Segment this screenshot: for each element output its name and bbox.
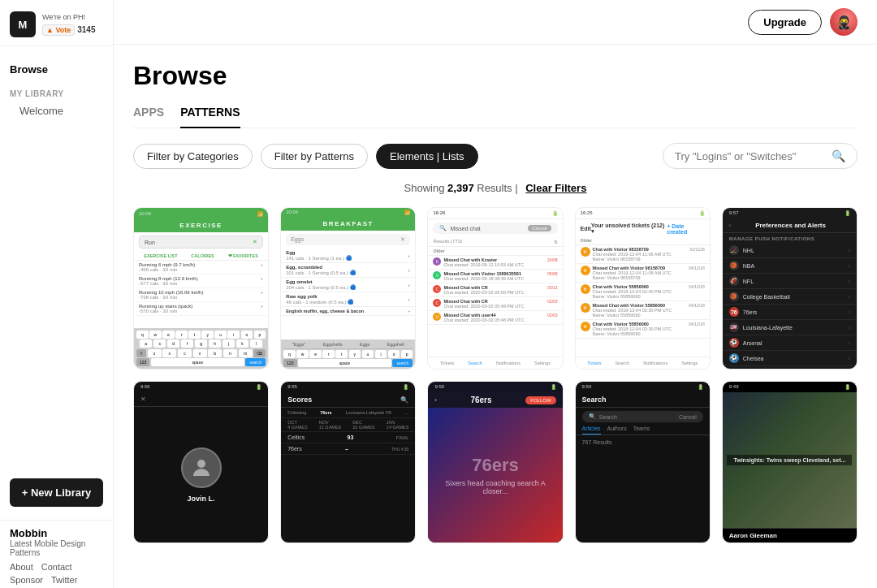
sidebar-item-browse[interactable]: Browse [10,59,103,80]
showing-label: Showing [404,182,447,194]
new-library-button[interactable]: + New Library [10,478,103,507]
about-link[interactable]: About [10,562,33,572]
results-count: 2,397 [447,182,474,194]
twitter-link[interactable]: Twitter [51,575,77,585]
card-preferences[interactable]: 9:57🔋 ‹ Preferences and Alerts MANAGE PU… [722,207,858,370]
tab-patterns[interactable]: PATTERNS [180,106,240,128]
search-box: 🔍 [663,143,858,169]
results-label: Results [477,182,512,194]
sidebar-footer: Mobbin Latest Mobile Design Patterns Abo… [0,520,113,588]
card-chat-search[interactable]: 16:26🔋 🔍 Missed chat Cancel Results (773… [427,207,563,370]
upgrade-button[interactable]: Upgrade [748,10,822,35]
card-profile[interactable]: 9:56🔋 ✕ Jovin L. [133,381,269,543]
vote-count: 3145 [77,24,95,35]
contact-link[interactable]: Contact [41,562,72,572]
sidebar-logo: M We're on PH! ▲ Vote 3145 [0,0,113,46]
sidebar-item-welcome[interactable]: Welcome [10,105,103,117]
search-input[interactable] [675,150,825,162]
filter-elements-button[interactable]: Elements | Lists [376,144,478,169]
sidebar: M We're on PH! ▲ Vote 3145 Browse MY LIB… [0,0,114,588]
sponsor-link[interactable]: Sponsor [10,575,43,585]
card-aaron[interactable]: 9:49🔋 Twinsights: Twins sweep Cleveland,… [722,381,858,543]
card-search-dark[interactable]: 9:50🔋 Search 🔍 Search Cancel Articles Au… [575,381,711,543]
logo-icon: M [10,11,36,37]
content-area: Browse APPS PATTERNS Filter by Categorie… [114,45,877,588]
card-scores[interactable]: 9:55🔋 Scores 🔍 Following76ersLouisiana-L… [280,381,416,543]
card-exercise[interactable]: 10:06📶 EXERCISE Run✕ EXERCISE LISTCALORI… [133,207,269,370]
sidebar-links: About Contact Sponsor Twitter [10,562,103,585]
filter-patterns-button[interactable]: Filter by Patterns [261,144,368,169]
card-grid-row1: 10:06📶 EXERCISE Run✕ EXERCISE LISTCALORI… [133,207,858,370]
brand-name: Mobbin [10,527,103,539]
my-library-label: MY LIBRARY [10,89,103,98]
card-ticket[interactable]: 16:25🔋 Edit Your unsolved tickets (212) … [575,207,711,370]
search-icon: 🔍 [832,149,845,162]
top-header: Upgrade 🥷 [114,0,877,45]
svg-point-0 [197,460,205,468]
page-title: Browse [133,61,858,91]
card-76ers[interactable]: 9:50🔋 ‹ 76ers FOLLOW 76ers Sixers head c… [427,381,563,543]
main-content: Upgrade 🥷 Browse APPS PATTERNS Filter by… [114,0,877,588]
tab-apps[interactable]: APPS [133,106,164,128]
brand-desc: Latest Mobile Design Patterns [10,539,103,557]
clear-filters-button[interactable]: Clear Filters [525,182,586,194]
filters-row: Filter by Categories Filter by Patterns … [133,143,858,169]
avatar: 🥷 [830,8,858,36]
filter-categories-button[interactable]: Filter by Categories [133,144,253,169]
vote-button[interactable]: ▲ Vote [42,24,75,36]
tab-bar: APPS PATTERNS [133,106,858,128]
sidebar-nav: Browse MY LIBRARY Welcome [0,46,113,123]
card-breakfast[interactable]: 10:04📶 BREAKFAST Eggs✕ Egg141 cals · 1 S… [280,207,416,370]
results-bar: Showing 2,397 Results | Clear Filters [133,182,858,194]
ph-badge: We're on PH! ▲ Vote 3145 [42,13,96,36]
card-grid-row2: 9:56🔋 ✕ Jovin L. [133,381,858,543]
